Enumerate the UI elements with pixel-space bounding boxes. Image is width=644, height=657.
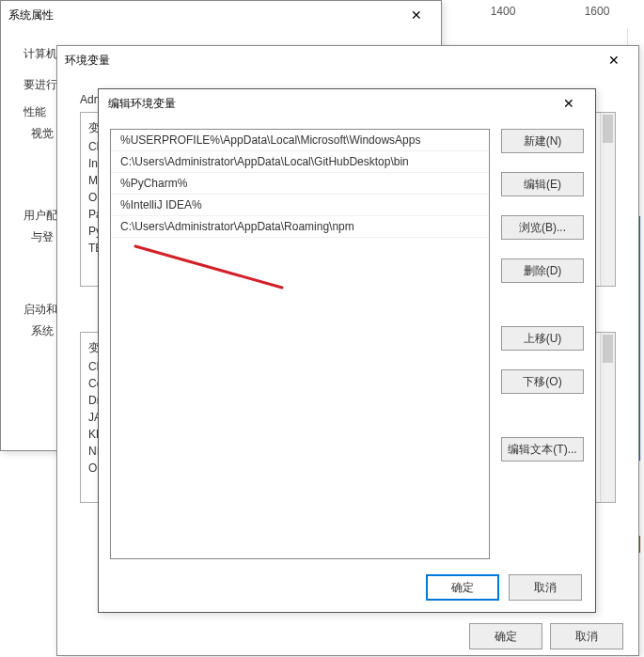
dialog-buttons: 确定 取消 <box>110 571 584 601</box>
path-entry[interactable]: %USERPROFILE%\AppData\Local\Microsoft\Wi… <box>111 130 489 151</box>
dialog-buttons: 确定 取消 <box>469 623 623 649</box>
ruler-mark: 1600 <box>585 5 610 18</box>
path-entry[interactable]: %PyCharm% <box>111 173 489 195</box>
cancel-button[interactable]: 取消 <box>550 623 623 649</box>
edit-env-variable-dialog: 编辑环境变量 ✕ %USERPROFILE%\AppData\Local\Mic… <box>98 88 596 613</box>
path-entry[interactable]: C:\Users\Administrator\AppData\Roaming\n… <box>111 216 489 238</box>
path-list[interactable]: %USERPROFILE%\AppData\Local\Microsoft\Wi… <box>110 129 490 559</box>
move-down-button[interactable]: 下移(O) <box>501 369 584 394</box>
side-buttons: 新建(N) 编辑(E) 浏览(B)... 删除(D) 上移(U) 下移(O) 编… <box>501 129 584 559</box>
close-icon[interactable]: ✕ <box>400 4 433 26</box>
ok-button[interactable]: 确定 <box>426 574 499 601</box>
new-button[interactable]: 新建(N) <box>501 129 584 153</box>
move-up-button[interactable]: 上移(U) <box>501 326 584 351</box>
dialog-title: 系统属性 <box>8 8 54 23</box>
close-icon[interactable]: ✕ <box>552 92 586 115</box>
dialog-title: 环境变量 <box>65 53 110 69</box>
delete-button[interactable]: 删除(D) <box>501 258 584 283</box>
cancel-button[interactable]: 取消 <box>509 574 582 601</box>
titlebar: 编辑环境变量 ✕ <box>99 89 595 117</box>
ruler-mark: 1400 <box>491 5 516 18</box>
scrollbar[interactable] <box>600 333 615 502</box>
edit-button[interactable]: 编辑(E) <box>501 172 584 196</box>
ruler: 1400 1600 <box>456 0 644 23</box>
browse-button[interactable]: 浏览(B)... <box>501 215 584 240</box>
path-entry[interactable]: C:\Users\Administrator\AppData\Local\Git… <box>111 151 489 173</box>
close-icon[interactable]: ✕ <box>597 49 631 71</box>
ok-button[interactable]: 确定 <box>469 623 542 649</box>
titlebar: 环境变量 ✕ <box>57 46 638 74</box>
edit-text-button[interactable]: 编辑文本(T)... <box>501 437 584 461</box>
titlebar: 系统属性 ✕ <box>1 1 441 29</box>
path-entry[interactable]: %IntelliJ IDEA% <box>111 195 489 216</box>
scrollbar[interactable] <box>600 113 615 286</box>
dialog-title: 编辑环境变量 <box>108 96 176 112</box>
